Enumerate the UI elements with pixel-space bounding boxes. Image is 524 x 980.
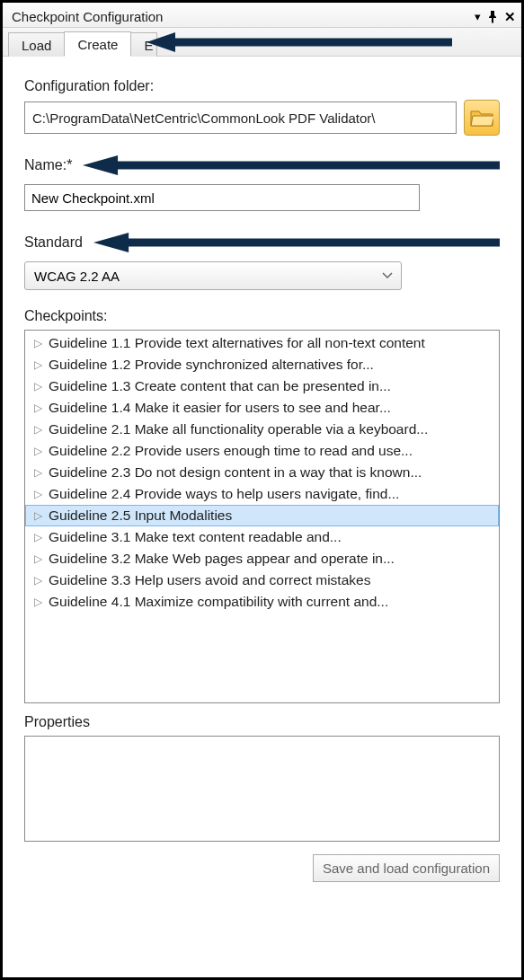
checkpoint-item[interactable]: ▷Guideline 1.1 Provide text alternatives… xyxy=(25,332,499,354)
properties-label: Properties xyxy=(24,714,500,730)
tab-create[interactable]: Create xyxy=(64,31,131,57)
folder-open-icon xyxy=(470,108,493,128)
checkpoint-item[interactable]: ▷Guideline 3.1 Make text content readabl… xyxy=(25,526,499,548)
browse-folder-button[interactable] xyxy=(464,100,500,136)
checkpoint-item[interactable]: ▷Guideline 3.2 Make Web pages appear and… xyxy=(25,548,499,569)
checkpoint-item[interactable]: ▷Guideline 1.3 Create content that can b… xyxy=(25,375,499,397)
window-title: Checkpoint Configuration xyxy=(12,9,475,24)
expand-caret-icon[interactable]: ▷ xyxy=(34,509,43,522)
annotation-arrow-tabs xyxy=(147,32,452,52)
checkpoint-config-window: Checkpoint Configuration ▾ ✕ Load Create… xyxy=(3,3,521,977)
pin-icon[interactable] xyxy=(487,11,498,23)
tab-edit[interactable]: E xyxy=(131,32,157,57)
close-icon[interactable]: ✕ xyxy=(504,10,516,23)
checkpoint-item[interactable]: ▷Guideline 2.4 Provide ways to help user… xyxy=(25,483,499,505)
standard-select[interactable]: WCAG 2.2 AA xyxy=(24,261,402,290)
config-folder-label: Configuration folder: xyxy=(24,78,500,94)
window-controls: ▾ ✕ xyxy=(475,10,516,23)
checkpoint-item-label: Guideline 1.4 Make it easier for users t… xyxy=(49,400,391,416)
config-folder-row xyxy=(24,100,500,136)
checkpoint-item[interactable]: ▷Guideline 2.1 Make all functionality op… xyxy=(25,419,499,440)
name-input[interactable] xyxy=(24,184,420,211)
expand-caret-icon[interactable]: ▷ xyxy=(34,531,43,543)
checkpoint-item[interactable]: ▷Guideline 2.3 Do not design content in … xyxy=(25,462,499,483)
checkpoint-item[interactable]: ▷Guideline 3.3 Help users avoid and corr… xyxy=(25,569,499,591)
checkpoint-item[interactable]: ▷Guideline 4.1 Maximize compatibility wi… xyxy=(25,591,499,613)
checkpoint-item-label: Guideline 1.1 Provide text alternatives … xyxy=(49,335,425,351)
expand-caret-icon[interactable]: ▷ xyxy=(34,380,43,393)
expand-caret-icon[interactable]: ▷ xyxy=(34,552,43,565)
properties-box[interactable] xyxy=(24,736,500,842)
standard-selected-value: WCAG 2.2 AA xyxy=(34,269,120,284)
footer: Save and load configuration xyxy=(24,854,500,889)
expand-caret-icon[interactable]: ▷ xyxy=(34,466,43,479)
checkpoint-item[interactable]: ▷Guideline 2.2 Provide users enough time… xyxy=(25,440,499,462)
expand-caret-icon[interactable]: ▷ xyxy=(34,402,43,414)
annotation-arrow-standard xyxy=(93,233,500,252)
expand-caret-icon[interactable]: ▷ xyxy=(34,445,43,457)
content-area: Configuration folder: Name:* Standard xyxy=(3,57,521,977)
name-label: Name:* xyxy=(24,157,72,173)
config-folder-input[interactable] xyxy=(24,102,457,134)
checkpoint-item[interactable]: ▷Guideline 2.5 Input Modalities xyxy=(25,505,499,526)
checkpoints-label: Checkpoints: xyxy=(24,308,500,324)
expand-caret-icon[interactable]: ▷ xyxy=(34,358,43,371)
checkpoint-item-label: Guideline 1.2 Provide synchronized alter… xyxy=(49,357,374,373)
checkpoint-item-label: Guideline 3.2 Make Web pages appear and … xyxy=(49,551,395,567)
checkpoint-item-label: Guideline 2.1 Make all functionality ope… xyxy=(49,421,428,437)
tab-load[interactable]: Load xyxy=(8,32,64,57)
checkpoint-item-label: Guideline 3.1 Make text content readable… xyxy=(49,529,342,545)
checkpoint-item[interactable]: ▷Guideline 1.2 Provide synchronized alte… xyxy=(25,354,499,375)
checkpoint-item-label: Guideline 4.1 Maximize compatibility wit… xyxy=(49,594,388,610)
svg-marker-3 xyxy=(83,155,118,175)
checkpoint-item-label: Guideline 2.4 Provide ways to help users… xyxy=(49,486,399,502)
tabs: Load Create E xyxy=(3,28,521,57)
checkpoint-item-label: Guideline 2.2 Provide users enough time … xyxy=(49,443,413,459)
dropdown-icon[interactable]: ▾ xyxy=(475,11,481,22)
expand-caret-icon[interactable]: ▷ xyxy=(34,488,43,500)
checkpoint-item-label: Guideline 3.3 Help users avoid and corre… xyxy=(49,572,370,588)
checkpoint-item[interactable]: ▷Guideline 1.4 Make it easier for users … xyxy=(25,397,499,419)
expand-caret-icon[interactable]: ▷ xyxy=(34,574,43,587)
name-label-row: Name:* xyxy=(24,155,500,175)
annotation-arrow-name xyxy=(83,155,500,175)
titlebar: Checkpoint Configuration ▾ ✕ xyxy=(3,3,521,28)
expand-caret-icon[interactable]: ▷ xyxy=(34,337,43,349)
checkpoint-item-label: Guideline 2.3 Do not design content in a… xyxy=(49,464,422,481)
checkpoint-item-label: Guideline 2.5 Input Modalities xyxy=(49,508,232,524)
checkpoint-item-label: Guideline 1.3 Create content that can be… xyxy=(49,378,391,394)
svg-marker-5 xyxy=(93,233,129,252)
checkpoints-tree[interactable]: ▷Guideline 1.1 Provide text alternatives… xyxy=(24,330,500,703)
standard-label-row: Standard xyxy=(24,233,500,252)
standard-label: Standard xyxy=(24,234,83,251)
save-load-config-button[interactable]: Save and load configuration xyxy=(313,854,500,882)
expand-caret-icon[interactable]: ▷ xyxy=(34,423,43,436)
expand-caret-icon[interactable]: ▷ xyxy=(34,596,43,608)
